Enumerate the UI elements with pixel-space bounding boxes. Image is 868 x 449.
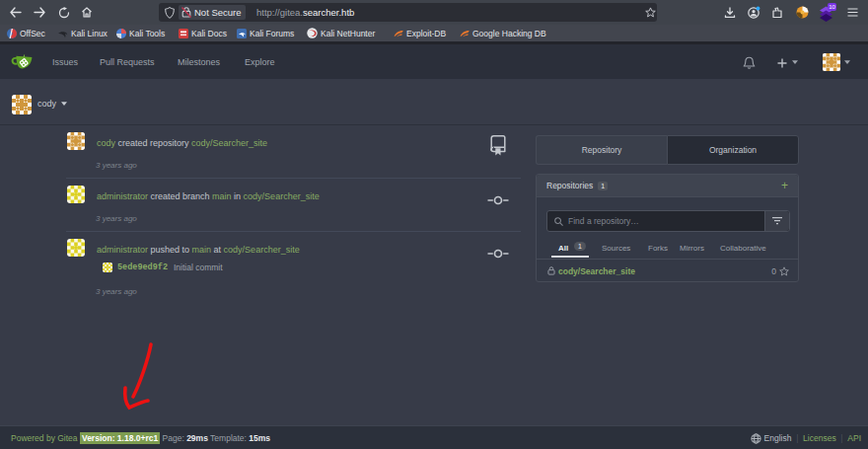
svg-text:10: 10 (829, 4, 835, 10)
